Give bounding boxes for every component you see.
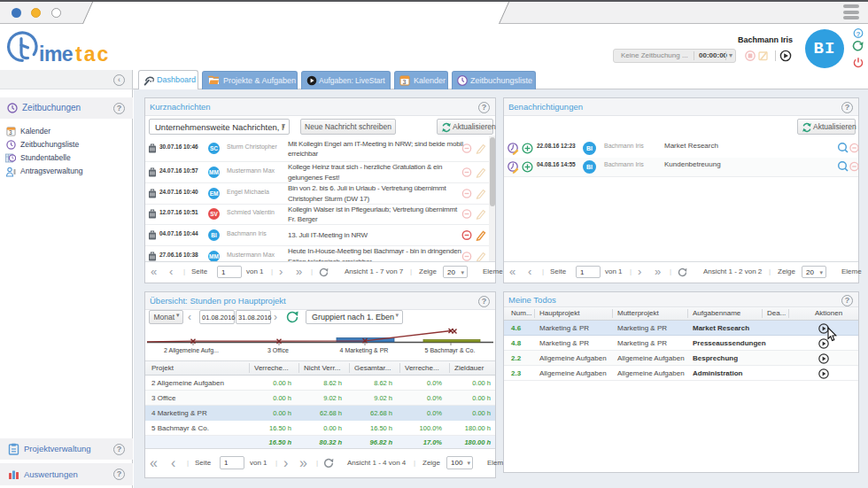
- svg-text:ime: ime: [39, 43, 73, 64]
- svg-text:3: 3: [9, 129, 12, 136]
- svg-text:?: ?: [856, 30, 861, 38]
- svg-text:3: 3: [402, 79, 406, 85]
- svg-text:tac: tac: [75, 43, 110, 64]
